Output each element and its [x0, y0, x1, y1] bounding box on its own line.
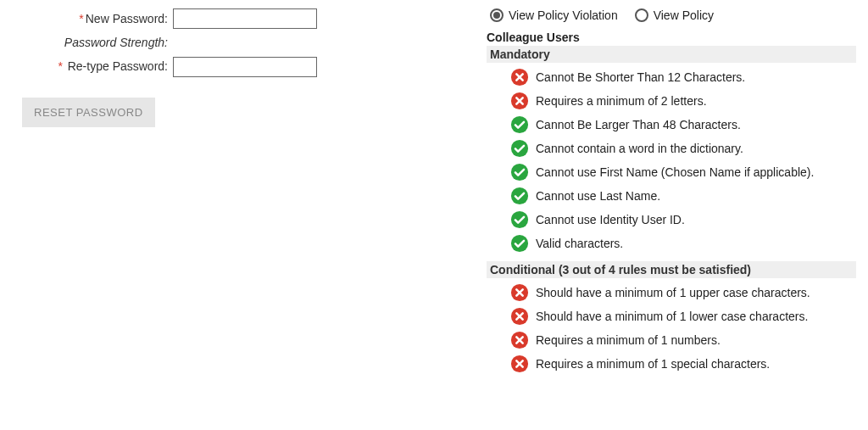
- svg-point-5: [511, 187, 528, 204]
- policy-rule-item: Cannot Be Shorter Than 12 Characters.: [510, 68, 856, 87]
- policy-rule-item: Valid characters.: [510, 234, 856, 253]
- new-password-input[interactable]: [173, 8, 317, 29]
- required-asterisk-icon: *: [79, 12, 83, 25]
- policy-rule-text: Requires a minimum of 1 special characte…: [536, 356, 770, 371]
- policy-rule-item: Requires a minimum of 1 special characte…: [510, 355, 856, 373]
- x-circle-icon: [510, 307, 529, 326]
- policy-rule-item: Requires a minimum of 2 letters.: [510, 92, 856, 110]
- check-circle-icon: [510, 115, 529, 134]
- new-password-label: *New Password:: [12, 12, 173, 26]
- x-circle-icon: [510, 68, 529, 87]
- retype-password-input[interactable]: [173, 57, 317, 77]
- svg-point-6: [511, 211, 528, 228]
- check-circle-icon: [510, 210, 529, 229]
- policy-rule-text: Should have a minimum of 1 lower case ch…: [536, 309, 808, 324]
- policy-rule-text: Cannot contain a word in the dictionary.: [536, 141, 743, 156]
- retype-password-label: * Re-type Password:: [12, 59, 173, 74]
- radio-label: View Policy: [654, 8, 714, 22]
- mandatory-heading: Mandatory: [487, 46, 856, 63]
- check-circle-icon: [510, 139, 529, 158]
- svg-point-2: [511, 116, 528, 133]
- radio-checked-icon: [490, 8, 504, 22]
- x-circle-icon: [510, 331, 529, 349]
- policy-rule-item: Cannot use Identity User ID.: [510, 210, 856, 229]
- svg-point-7: [511, 235, 528, 252]
- policy-rule-text: Cannot Be Larger Than 48 Characters.: [536, 117, 741, 132]
- conditional-heading: Conditional (3 out of 4 rules must be sa…: [487, 261, 856, 278]
- policy-rule-text: Cannot use Last Name.: [536, 188, 660, 204]
- svg-point-4: [511, 164, 528, 181]
- policy-section-title: Colleague Users: [487, 31, 856, 44]
- policy-rule-text: Cannot use First Name (Chosen Name if ap…: [536, 165, 814, 180]
- view-policy-violation-radio[interactable]: View Policy Violation: [490, 8, 618, 22]
- radio-label: View Policy Violation: [509, 8, 618, 22]
- policy-rule-text: Should have a minimum of 1 upper case ch…: [536, 285, 810, 300]
- policy-rule-item: Cannot use First Name (Chosen Name if ap…: [510, 163, 856, 181]
- check-circle-icon: [510, 234, 529, 253]
- policy-rule-text: Cannot use Identity User ID.: [536, 212, 685, 227]
- policy-rule-text: Valid characters.: [536, 236, 623, 251]
- policy-rule-text: Requires a minimum of 1 numbers.: [536, 332, 721, 348]
- policy-rule-item: Cannot use Last Name.: [510, 187, 856, 205]
- policy-rule-item: Cannot Be Larger Than 48 Characters.: [510, 115, 856, 134]
- policy-rule-item: Should have a minimum of 1 lower case ch…: [510, 307, 856, 326]
- policy-rule-item: Cannot contain a word in the dictionary.: [510, 139, 856, 158]
- policy-rule-text: Cannot Be Shorter Than 12 Characters.: [536, 70, 745, 85]
- radio-unchecked-icon: [635, 8, 648, 22]
- password-strength-label: Password Strength:: [12, 36, 173, 50]
- check-circle-icon: [510, 163, 529, 181]
- check-circle-icon: [510, 187, 529, 205]
- policy-rule-text: Requires a minimum of 2 letters.: [536, 93, 707, 109]
- policy-rule-item: Should have a minimum of 1 upper case ch…: [510, 283, 856, 302]
- view-mode-radio-group: View Policy Violation View Policy: [487, 8, 856, 22]
- view-policy-radio[interactable]: View Policy: [635, 8, 714, 22]
- x-circle-icon: [510, 355, 529, 373]
- policy-rule-item: Requires a minimum of 1 numbers.: [510, 331, 856, 349]
- reset-password-button[interactable]: RESET PASSWORD: [22, 98, 155, 127]
- x-circle-icon: [510, 283, 529, 302]
- required-asterisk-icon: *: [58, 59, 62, 73]
- x-circle-icon: [510, 92, 529, 110]
- svg-point-3: [511, 140, 528, 157]
